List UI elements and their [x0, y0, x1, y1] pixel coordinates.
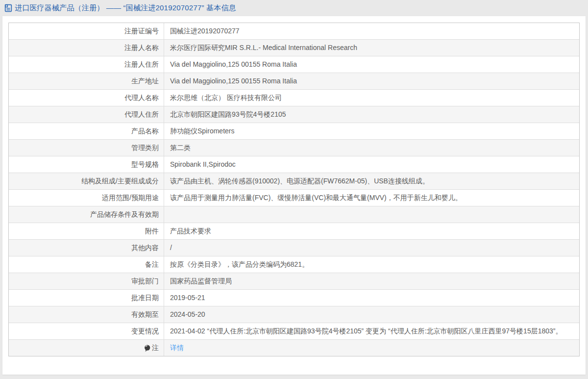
table-row: 代理人住所 北京市朝阳区建国路93号院4号楼2105	[9, 106, 579, 123]
table-row: 备注 按原《分类目录》，该产品分类编码为6821。	[9, 256, 579, 273]
row-value-cell: 米尔医疗国际研究MIR S.R.L.- Medical Internationa…	[164, 40, 579, 56]
document-icon	[4, 4, 12, 12]
row-value: 2019-05-21	[170, 292, 205, 304]
row-value: 国械注进20192070277	[170, 25, 240, 37]
row-label: 批准日期	[131, 294, 159, 303]
row-value-cell: /	[164, 240, 579, 256]
detail-link[interactable]: 详情	[170, 342, 184, 354]
row-label: 审批部门	[131, 277, 159, 286]
table-row: 代理人名称 米尔思维（北京） 医疗科技有限公司	[9, 89, 579, 106]
row-value: 该产品用于测量用力肺活量(FVC)、缓慢肺活量(VC)和最大通气量(MVV)，不…	[170, 192, 462, 204]
row-label: 注册证编号	[124, 27, 159, 36]
row-label-cell: 注册证编号	[9, 23, 164, 39]
table-row: 审批部门 国家药品监督管理局	[9, 273, 579, 289]
row-label-cell: 生产地址	[9, 73, 164, 89]
row-value-cell: 该产品由主机、涡轮传感器(910002)、电源适配器(FW7662M-05)、U…	[164, 173, 579, 189]
page-title: 进口医疗器械产品（注册） —— “国械注进20192070277” 基本信息	[15, 3, 236, 13]
row-value: Via del Maggiolino,125 00155 Roma Italia	[170, 58, 297, 71]
row-label: 其他内容	[131, 244, 159, 253]
row-label: 附件	[145, 227, 159, 236]
row-label-cell: 备注	[9, 256, 164, 273]
table-row: 产品名称 肺功能仪Spirometers	[9, 123, 579, 139]
table-row: 型号规格 Spirobank II,Spirodoc	[9, 156, 579, 173]
row-label-cell: 注册人住所	[9, 56, 164, 73]
row-label: 变更情况	[131, 327, 159, 336]
table-row: 其他内容 /	[9, 239, 579, 256]
note-icon	[144, 345, 150, 352]
row-value-cell: 详情	[164, 340, 579, 356]
row-value-cell: 2021-04-02 “代理人住所:北京市朝阳区建国路93号院4号楼2105” …	[164, 323, 579, 339]
row-value: 北京市朝阳区建国路93号院4号楼2105	[170, 108, 286, 121]
table-row: 注册人名称 米尔医疗国际研究MIR S.R.L.- Medical Intern…	[9, 39, 579, 56]
row-value-cell: 国械注进20192070277	[164, 23, 579, 39]
row-value: 肺功能仪Spirometers	[170, 125, 234, 137]
table-row: 结构及组成/主要组成成分 该产品由主机、涡轮传感器(910002)、电源适配器(…	[9, 173, 579, 189]
row-value: 按原《分类目录》，该产品分类编码为6821。	[170, 258, 309, 271]
row-label-cell: 注	[9, 340, 164, 356]
row-label-cell: 结构及组成/主要组成成分	[9, 173, 164, 189]
table-row: 注册证编号 国械注进20192070277	[9, 23, 579, 39]
table-row: 管理类别 第二类	[9, 139, 579, 156]
row-label-cell: 其他内容	[9, 240, 164, 256]
row-value: 米尔医疗国际研究MIR S.R.L.- Medical Internationa…	[170, 42, 357, 54]
registration-info-table: 注册证编号 国械注进20192070277 注册人名称 米尔医疗国际研究MIR …	[8, 23, 580, 356]
row-label: 生产地址	[131, 77, 159, 86]
row-label-cell: 变更情况	[9, 323, 164, 339]
table-row: 变更情况 2021-04-02 “代理人住所:北京市朝阳区建国路93号院4号楼2…	[9, 323, 579, 339]
row-value-cell: 国家药品监督管理局	[164, 273, 579, 289]
row-value: 该产品由主机、涡轮传感器(910002)、电源适配器(FW7662M-05)、U…	[170, 175, 429, 187]
row-value-cell: 肺功能仪Spirometers	[164, 123, 579, 139]
row-value-cell: 按原《分类目录》，该产品分类编码为6821。	[164, 256, 579, 273]
table-row: 产品储存条件及有效期	[9, 206, 579, 223]
row-label-cell: 型号规格	[9, 156, 164, 173]
row-label-cell: 注册人名称	[9, 40, 164, 56]
row-label: 结构及组成/主要组成成分	[81, 177, 159, 186]
content-panel: 注册证编号 国械注进20192070277 注册人名称 米尔医疗国际研究MIR …	[2, 16, 586, 375]
row-label: 适用范围/预期用途	[102, 194, 159, 202]
row-label: 产品名称	[131, 127, 159, 136]
table-row: 附件 产品技术要求	[9, 223, 579, 239]
row-value-cell: 该产品用于测量用力肺活量(FVC)、缓慢肺活量(VC)和最大通气量(MVV)，不…	[164, 190, 579, 206]
row-value-cell: 2024-05-20	[164, 306, 579, 323]
row-label-cell: 管理类别	[9, 140, 164, 156]
row-value: Via del Maggiolino,125 00155 Roma Italia	[170, 75, 297, 87]
row-label-cell: 适用范围/预期用途	[9, 190, 164, 206]
row-label-cell: 产品储存条件及有效期	[9, 206, 164, 223]
row-value-cell: 米尔思维（北京） 医疗科技有限公司	[164, 90, 579, 106]
row-label: 代理人住所	[124, 110, 159, 119]
row-label: 注册人住所	[124, 60, 159, 69]
row-label: 备注	[145, 260, 159, 269]
row-value-cell	[164, 206, 579, 223]
row-value-cell: Spirobank II,Spirodoc	[164, 156, 579, 173]
row-label-cell: 有效期至	[9, 306, 164, 323]
row-label-cell: 审批部门	[9, 273, 164, 289]
row-value: Spirobank II,Spirodoc	[170, 158, 236, 171]
row-value-cell: Via del Maggiolino,125 00155 Roma Italia	[164, 73, 579, 89]
table-row: 适用范围/预期用途 该产品用于测量用力肺活量(FVC)、缓慢肺活量(VC)和最大…	[9, 189, 579, 206]
row-label: 注	[152, 344, 159, 353]
row-value: 米尔思维（北京） 医疗科技有限公司	[170, 92, 282, 104]
row-value-cell: 2019-05-21	[164, 290, 579, 306]
row-value-cell: 北京市朝阳区建国路93号院4号楼2105	[164, 106, 579, 123]
table-row: 注册人住所 Via del Maggiolino,125 00155 Roma …	[9, 56, 579, 73]
row-value-cell: 产品技术要求	[164, 223, 579, 239]
row-label: 管理类别	[131, 144, 159, 152]
row-value: 国家药品监督管理局	[170, 275, 232, 287]
row-label: 有效期至	[131, 310, 159, 319]
row-label-cell: 代理人住所	[9, 106, 164, 123]
row-value-cell: 第二类	[164, 140, 579, 156]
row-label: 产品储存条件及有效期	[90, 210, 159, 219]
row-label: 注册人名称	[124, 44, 159, 52]
page-header: 进口医疗器械产品（注册） —— “国械注进20192070277” 基本信息	[0, 0, 588, 16]
table-row: 批准日期 2019-05-21	[9, 289, 579, 306]
row-value: 产品技术要求	[170, 225, 211, 237]
table-row: 有效期至 2024-05-20	[9, 306, 579, 323]
row-label-cell: 批准日期	[9, 290, 164, 306]
row-label-cell: 附件	[9, 223, 164, 239]
row-label-cell: 产品名称	[9, 123, 164, 139]
row-value: 第二类	[170, 142, 191, 154]
row-value: 2024-05-20	[170, 308, 205, 321]
row-label-cell: 代理人名称	[9, 90, 164, 106]
row-value: 2021-04-02 “代理人住所:北京市朝阳区建国路93号院4号楼2105” …	[170, 325, 563, 337]
row-value: /	[170, 242, 172, 254]
